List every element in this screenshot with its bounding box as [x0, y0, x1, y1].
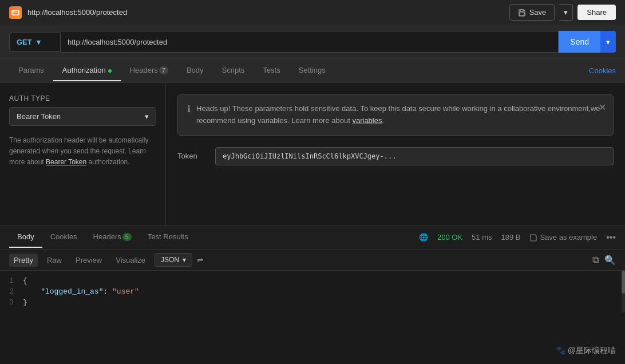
title-url: http://localhost:5000/protected [27, 8, 127, 17]
line-number-1: 1 [0, 276, 23, 285]
response-section: Body Cookies Headers5 Test Results 🌐 200… [0, 225, 625, 312]
app-icon [9, 6, 22, 19]
tab-authorization[interactable]: Authorization [53, 60, 121, 81]
response-headers-badge: 5 [122, 233, 132, 241]
save-icon [518, 9, 526, 17]
line-content-1: { [23, 276, 27, 285]
code-line-2: 2 "logged_in_as": "user" [0, 286, 625, 297]
save-label: Save [529, 8, 547, 17]
auth-left-panel: Auth Type Bearer Token ▾ The authorizati… [0, 83, 166, 225]
code-line-3: 3 } [0, 297, 625, 308]
code-line-1: 1 { [0, 275, 625, 286]
method-dropdown-icon: ▾ [37, 38, 41, 46]
code-toolbar: Pretty Raw Preview Visualize JSON ▾ ⇌ ⧉ … [0, 250, 625, 271]
response-size: 189 B [501, 233, 520, 242]
alert-box: ℹ Heads up! These parameters hold sensit… [177, 94, 614, 136]
save-button[interactable]: Save [509, 4, 555, 21]
more-options-button[interactable]: ••• [606, 232, 616, 243]
scrollbar-track[interactable] [622, 271, 625, 312]
watermark: 🐾 @星际编程喵 [556, 346, 616, 356]
format-select[interactable]: JSON ▾ [155, 253, 192, 267]
request-tabs-bar: Params Authorization Headers7 Body Scrip… [0, 59, 625, 83]
filter-icon[interactable]: ⇌ [197, 255, 204, 264]
globe-icon: 🌐 [419, 233, 428, 242]
svg-rect-3 [520, 10, 523, 11]
title-bar: http://localhost:5000/protected Save ▾ S… [0, 0, 625, 25]
format-value: JSON [161, 256, 179, 264]
alert-text: Heads up! These parameters hold sensitiv… [196, 103, 604, 127]
save-example-icon [529, 234, 537, 242]
headers-badge: 7 [159, 66, 168, 74]
main-content: Auth Type Bearer Token ▾ The authorizati… [0, 83, 625, 225]
request-bar: GET ▾ Send ▾ [0, 25, 625, 59]
title-bar-left: http://localhost:5000/protected [9, 6, 127, 19]
tab-body[interactable]: Body [177, 60, 213, 81]
response-tab-headers[interactable]: Headers5 [85, 227, 140, 248]
code-content: 1 { 2 "logged_in_as": "user" 3 } [0, 271, 625, 312]
tab-tests[interactable]: Tests [254, 60, 289, 81]
scrollbar-thumb[interactable] [622, 271, 625, 294]
save-example-label: Save as example [540, 233, 597, 242]
token-label: Token [177, 152, 206, 160]
response-time: 51 ms [472, 233, 492, 242]
cookies-link[interactable]: Cookies [589, 66, 616, 75]
view-visualize-button[interactable]: Visualize [111, 254, 150, 267]
share-button[interactable]: Share [577, 5, 616, 20]
json-key: "logged_in_as" [41, 287, 103, 296]
token-row: Token [177, 147, 614, 165]
chevron-down-icon: ▾ [564, 8, 568, 17]
send-dropdown-button[interactable]: ▾ [600, 31, 616, 53]
format-chevron-icon: ▾ [183, 256, 186, 264]
tab-settings[interactable]: Settings [290, 60, 335, 81]
auth-type-label: Auth Type [9, 94, 156, 102]
token-input[interactable] [215, 147, 614, 165]
search-icon[interactable]: 🔍 [604, 255, 616, 266]
line-content-3: } [23, 298, 27, 307]
auth-type-value: Bearer Token [17, 112, 61, 121]
auth-description: The authorization header will be automat… [9, 135, 156, 168]
authorization-dot [108, 69, 112, 73]
variables-link[interactable]: variables [352, 116, 382, 125]
method-select[interactable]: GET ▾ [9, 33, 61, 52]
line-number-2: 2 [0, 287, 23, 296]
alert-close-button[interactable]: ✕ [599, 102, 606, 113]
view-raw-button[interactable]: Raw [42, 254, 66, 267]
auth-type-chevron-icon: ▾ [145, 112, 149, 121]
tab-params[interactable]: Params [9, 60, 53, 81]
title-bar-right: Save ▾ Share [509, 4, 616, 21]
copy-icon[interactable]: ⧉ [592, 255, 599, 266]
auth-right-panel: ℹ Heads up! These parameters hold sensit… [166, 83, 625, 225]
auth-type-select[interactable]: Bearer Token ▾ [9, 107, 156, 126]
url-input[interactable] [61, 31, 559, 53]
send-chevron-icon: ▾ [606, 38, 610, 46]
line-content-2: "logged_in_as": "user" [23, 287, 139, 296]
save-example-button[interactable]: Save as example [529, 233, 597, 242]
tab-headers[interactable]: Headers7 [121, 60, 177, 81]
view-preview-button[interactable]: Preview [71, 254, 106, 267]
line-number-3: 3 [0, 298, 23, 307]
response-tab-body[interactable]: Body [9, 227, 42, 248]
method-label: GET [17, 38, 32, 46]
view-pretty-button[interactable]: Pretty [9, 254, 38, 267]
bearer-token-link[interactable]: Bearer Token [46, 158, 86, 166]
code-area-icons: ⧉ 🔍 [592, 255, 616, 266]
tab-scripts[interactable]: Scripts [213, 60, 254, 81]
response-tab-cookies[interactable]: Cookies [42, 227, 85, 248]
save-dropdown-button[interactable]: ▾ [559, 4, 573, 21]
send-button[interactable]: Send [559, 31, 600, 53]
info-icon: ℹ [187, 104, 191, 114]
svg-rect-4 [520, 13, 524, 15]
json-value: "user" [112, 287, 139, 296]
response-tab-test-results[interactable]: Test Results [140, 227, 196, 248]
status-code: 200 OK [437, 233, 462, 242]
response-status: 🌐 200 OK 51 ms 189 B Save as example ••• [419, 232, 616, 243]
svg-rect-0 [12, 10, 19, 15]
response-tabs-bar: Body Cookies Headers5 Test Results 🌐 200… [0, 225, 625, 250]
code-wrapper: 1 { 2 "logged_in_as": "user" 3 } [0, 271, 625, 312]
